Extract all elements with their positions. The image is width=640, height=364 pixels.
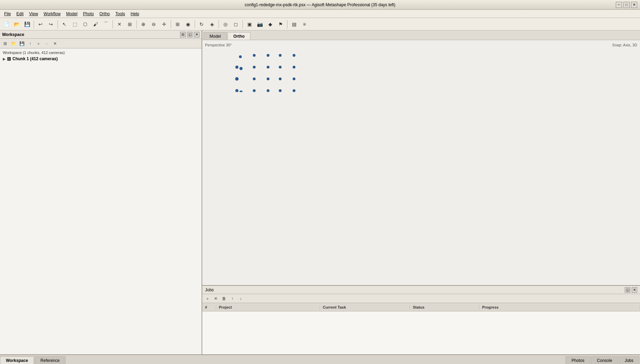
svg-point-19	[235, 66, 239, 69]
zoom-out-button[interactable]: ⊖	[149, 19, 159, 29]
main-layout: Workspace ⊟ ◱ ✕ ⊞ 📁 💾 ↑ ● ○ ✕ Workspace …	[0, 30, 640, 354]
rotate-button[interactable]: ↻	[197, 19, 206, 29]
svg-point-20	[240, 67, 243, 70]
workspace-float-button[interactable]: ◱	[187, 32, 193, 37]
workspace-panel-controls: ⊟ ◱ ✕	[180, 32, 199, 37]
menu-item-tools[interactable]: Tools	[113, 11, 128, 17]
photos-tab[interactable]: Photos	[566, 356, 590, 364]
menu-item-ortho[interactable]: Ortho	[97, 11, 113, 17]
paint-button[interactable]: 🖌	[91, 19, 100, 29]
menu-bar: FileEditViewWorkflowModelPhotoOrthoTools…	[0, 10, 640, 18]
svg-point-23	[279, 66, 282, 69]
workspace-tab[interactable]: Workspace	[0, 356, 34, 364]
svg-point-60	[235, 89, 239, 92]
grid-button[interactable]: ⊞	[173, 19, 183, 29]
redo-button[interactable]: ↪	[46, 19, 56, 29]
select-button[interactable]: ↖	[60, 19, 69, 29]
svg-point-24	[293, 66, 295, 69]
menu-item-edit[interactable]: Edit	[14, 11, 26, 17]
select-rect-button[interactable]: ⬚	[70, 19, 80, 29]
ws-save-button[interactable]: 💾	[18, 40, 26, 47]
col-status: Status	[410, 305, 479, 309]
workspace-panel: Workspace ⊟ ◱ ✕ ⊞ 📁 💾 ↑ ● ○ ✕ Workspace …	[0, 30, 202, 354]
svg-point-3	[279, 54, 282, 57]
marker-button[interactable]: ◎	[221, 19, 230, 29]
jobs-up-button[interactable]: ↑	[229, 295, 236, 302]
chunk-icon: ⊞	[7, 56, 11, 62]
render-button[interactable]: ▣	[245, 19, 254, 29]
camera-button[interactable]: 📷	[255, 19, 265, 29]
viewport[interactable]: Perspective 30° Snap: Axis, 3D	[202, 40, 640, 285]
menu-item-help[interactable]: Help	[128, 11, 142, 17]
flag-button[interactable]: ⚑	[276, 19, 285, 29]
svg-point-61	[240, 91, 243, 92]
jobs-tab[interactable]: Jobs	[619, 356, 639, 364]
toolbar-sep-2	[57, 20, 58, 28]
move-button[interactable]: ✛	[159, 19, 169, 29]
reference-tab[interactable]: Reference	[35, 356, 65, 364]
col-progress: Progress	[479, 305, 640, 309]
ws-add-button[interactable]: ⊞	[1, 40, 9, 47]
jobs-close-button[interactable]: ✕	[632, 287, 637, 293]
jobs-table-header: # Project Current Task Status Progress	[202, 303, 640, 311]
ortho-tab[interactable]: Ortho	[228, 32, 251, 40]
minimize-button[interactable]: ─	[616, 2, 622, 8]
mesh-button[interactable]: ⬡	[80, 19, 90, 29]
console-tab[interactable]: Console	[591, 356, 618, 364]
right-panel: Model Ortho Perspective 30° Snap: Axis, …	[202, 30, 640, 354]
view-tabs: Model Ortho	[202, 30, 640, 40]
ws-export-button[interactable]: ↑	[26, 40, 34, 47]
view-opts-button[interactable]: ◉	[183, 19, 193, 29]
jobs-down-button[interactable]: ↓	[237, 295, 245, 302]
ws-circle-button[interactable]: ●	[35, 40, 42, 47]
ws-close-button[interactable]: ✕	[51, 40, 59, 47]
bottom-tabs: Workspace Reference Photos Console Jobs	[0, 354, 640, 364]
menu-item-photo[interactable]: Photo	[80, 11, 97, 17]
undo-button[interactable]: ↩	[36, 19, 45, 29]
menu-item-file[interactable]: File	[1, 11, 14, 17]
zoom-in-button[interactable]: ⊕	[139, 19, 148, 29]
toolbar-sep-5	[171, 20, 171, 28]
gem-button[interactable]: ◆	[265, 19, 275, 29]
toolbar-sep-8	[242, 20, 243, 28]
chunk-tree-item[interactable]: ▶ ⊞ Chunk 1 (412 cameras)	[1, 55, 200, 62]
model-tab[interactable]: Model	[204, 32, 227, 40]
workspace-info: Workspace (1 chunks, 412 cameras)	[1, 50, 200, 55]
align-button[interactable]: ≡	[300, 19, 309, 29]
menu-item-workflow[interactable]: Workflow	[41, 11, 63, 17]
jobs-delete-button[interactable]: 🗑	[220, 295, 228, 302]
svg-point-41	[253, 78, 256, 80]
svg-point-44	[293, 78, 295, 80]
workspace-toolbar: ⊞ 📁 💾 ↑ ● ○ ✕	[0, 39, 202, 48]
nav-button[interactable]: ◈	[207, 19, 217, 29]
close-button[interactable]: ✕	[631, 2, 637, 8]
resize-button[interactable]: ⊞	[125, 19, 135, 29]
remove-button[interactable]: ✕	[115, 19, 124, 29]
menu-item-model[interactable]: Model	[63, 11, 80, 17]
menu-item-view[interactable]: View	[26, 11, 41, 17]
jobs-header-controls: ◱ ✕	[625, 287, 637, 293]
snap-label: Snap: Axis, 3D	[612, 43, 637, 47]
shapes-button[interactable]: ◻	[231, 19, 241, 29]
svg-point-2	[267, 54, 269, 57]
view-layers-button[interactable]: ▤	[289, 19, 299, 29]
open-button[interactable]: 📂	[12, 19, 21, 29]
workspace-expand-button[interactable]: ⊟	[180, 32, 186, 37]
toolbar-sep-9	[287, 20, 287, 28]
ws-circle2-button[interactable]: ○	[43, 40, 51, 47]
lasso-button[interactable]: ⌒	[101, 19, 111, 29]
col-task: Current Task	[320, 305, 410, 309]
svg-point-64	[279, 89, 282, 92]
toolbar-sep-7	[219, 20, 219, 28]
svg-point-4	[293, 54, 295, 57]
jobs-stop-button[interactable]: ✕	[212, 295, 220, 302]
svg-point-1	[253, 54, 256, 57]
restore-button[interactable]: □	[623, 2, 630, 8]
toolbar-sep-6	[195, 20, 195, 28]
save-button[interactable]: 💾	[22, 19, 32, 29]
ws-folder-button[interactable]: 📁	[10, 40, 17, 47]
new-button[interactable]: 📄	[1, 19, 11, 29]
workspace-close-button[interactable]: ✕	[194, 32, 199, 37]
jobs-play-button[interactable]: ●	[204, 295, 211, 302]
jobs-float-button[interactable]: ◱	[625, 287, 630, 293]
